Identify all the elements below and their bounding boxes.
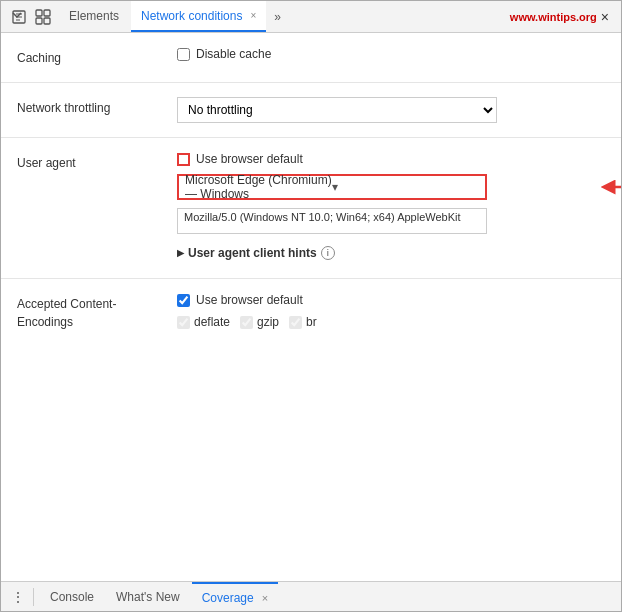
user-agent-selected-value: Microsoft Edge (Chromium) — Windows (185, 173, 332, 201)
user-agent-string: Mozilla/5.0 (Windows NT 10.0; Win64; x64… (177, 208, 487, 234)
user-agent-select-box[interactable]: Microsoft Edge (Chromium) — Windows ▾ (177, 174, 487, 200)
disable-cache-checkbox[interactable] (177, 48, 190, 61)
deflate-label: deflate (177, 315, 230, 329)
svg-rect-2 (44, 10, 50, 16)
encodings-browser-default-checkbox[interactable] (177, 294, 190, 307)
bottom-tab-bar: ⋮ Console What's New Coverage × (1, 581, 621, 611)
throttling-control: No throttling Fast 3G Slow 3G Offline (177, 97, 605, 123)
client-hints-triangle: ▶ (177, 248, 184, 258)
content-area: Caching Disable cache Network throttling… (1, 33, 621, 581)
user-agent-row: User agent Use browser default Microsoft… (1, 138, 621, 279)
accepted-encodings-control: Use browser default deflate gzip (177, 293, 605, 329)
disable-cache-label: Disable cache (196, 47, 271, 61)
tab-elements[interactable]: Elements (59, 1, 129, 32)
bottom-tab-console[interactable]: Console (40, 582, 104, 611)
client-hints-row[interactable]: ▶ User agent client hints i (177, 246, 605, 260)
top-tab-bar: Elements Network conditions × » www.wint… (1, 1, 621, 33)
encodings-browser-default-row: Use browser default (177, 293, 605, 307)
coverage-tab-close[interactable]: × (262, 592, 268, 604)
throttling-label: Network throttling (17, 97, 177, 117)
user-agent-control: Use browser default Microsoft Edge (Chro… (177, 152, 605, 264)
back-icon[interactable] (9, 7, 29, 27)
user-agent-browser-default-row: Use browser default (177, 152, 605, 166)
use-browser-default-label: Use browser default (196, 152, 303, 166)
red-arrow-svg (600, 176, 621, 198)
tab-bar-icons (5, 7, 57, 27)
wintips-logo: www.wintips.org (510, 11, 597, 23)
close-devtools-button[interactable]: × (601, 9, 609, 25)
client-hints-info-icon[interactable]: i (321, 246, 335, 260)
caching-control: Disable cache (177, 47, 605, 61)
user-agent-label: User agent (17, 152, 177, 172)
bottom-divider (33, 588, 34, 606)
bottom-tab-whats-new[interactable]: What's New (106, 582, 190, 611)
inspect-icon[interactable] (33, 7, 53, 27)
user-agent-dropdown-arrow: ▾ (332, 180, 479, 194)
encoding-checkboxes: deflate gzip br (177, 315, 605, 329)
devtools-window: Elements Network conditions × » www.wint… (0, 0, 622, 612)
settings-panel: Caching Disable cache Network throttling… (1, 33, 621, 581)
bottom-tab-coverage[interactable]: Coverage × (192, 582, 278, 611)
svg-rect-3 (36, 18, 42, 24)
gzip-checkbox (240, 316, 253, 329)
dots-menu-icon[interactable]: ⋮ (9, 588, 27, 606)
throttling-select[interactable]: No throttling Fast 3G Slow 3G Offline (177, 97, 497, 123)
tab-more-button[interactable]: » (268, 10, 287, 24)
client-hints-label: User agent client hints (188, 246, 317, 260)
gzip-label: gzip (240, 315, 279, 329)
user-agent-select-container: Microsoft Edge (Chromium) — Windows ▾ (177, 174, 605, 200)
br-checkbox (289, 316, 302, 329)
network-throttling-row: Network throttling No throttling Fast 3G… (1, 83, 621, 138)
disable-cache-row: Disable cache (177, 47, 605, 61)
red-arrow-annotation (600, 176, 621, 198)
tab-network-conditions[interactable]: Network conditions × (131, 1, 266, 32)
br-label: br (289, 315, 317, 329)
deflate-checkbox (177, 316, 190, 329)
tab-network-conditions-close[interactable]: × (250, 10, 256, 21)
accepted-encodings-label: Accepted Content- Encodings (17, 293, 177, 331)
encodings-browser-default-label: Use browser default (196, 293, 303, 307)
svg-rect-4 (44, 18, 50, 24)
caching-row: Caching Disable cache (1, 33, 621, 83)
use-browser-default-checkbox-outline[interactable] (177, 153, 190, 166)
accepted-encodings-row: Accepted Content- Encodings Use browser … (1, 279, 621, 345)
caching-label: Caching (17, 47, 177, 67)
svg-rect-1 (36, 10, 42, 16)
